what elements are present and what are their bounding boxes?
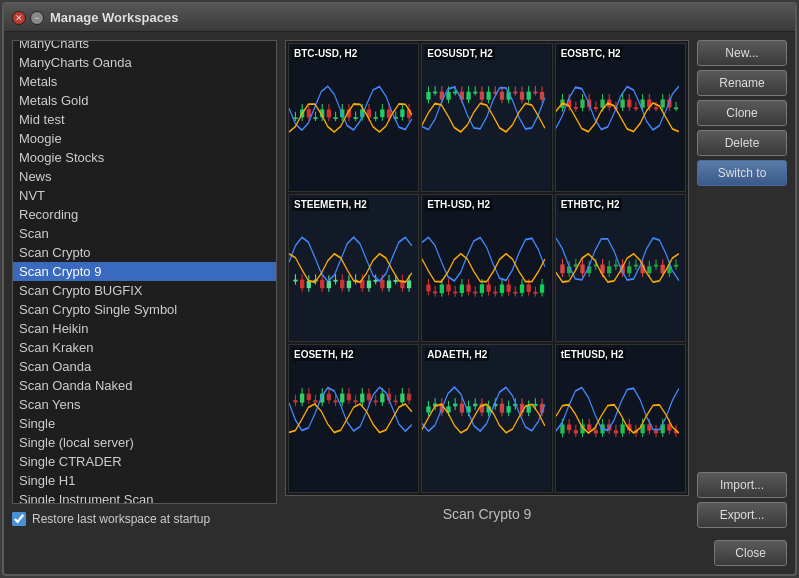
svg-rect-53 (473, 92, 477, 94)
right-panel: New... Rename Clone Delete Switch to Imp… (697, 40, 787, 528)
list-item[interactable]: ManyCharts (13, 40, 276, 53)
import-button[interactable]: Import... (697, 472, 787, 498)
svg-rect-201 (607, 266, 611, 273)
list-item[interactable]: Metals (13, 72, 276, 91)
svg-rect-86 (593, 107, 597, 109)
svg-rect-143 (394, 280, 398, 282)
svg-rect-141 (387, 280, 391, 288)
list-item[interactable]: Scan Heikin (13, 319, 276, 338)
svg-rect-306 (587, 425, 591, 431)
svg-rect-156 (447, 284, 451, 291)
svg-rect-170 (493, 291, 497, 293)
svg-rect-283 (500, 404, 504, 413)
list-item[interactable]: Single Instrument Scan (13, 490, 276, 504)
svg-rect-152 (433, 291, 437, 293)
svg-rect-178 (520, 284, 524, 292)
switch-to-button[interactable]: Switch to (697, 160, 787, 186)
restore-row: Restore last workspace at startup (12, 510, 277, 528)
export-button[interactable]: Export... (697, 502, 787, 528)
svg-rect-55 (480, 92, 484, 100)
svg-rect-254 (394, 401, 398, 403)
rename-button[interactable]: Rename (697, 70, 787, 96)
new-button[interactable]: New... (697, 40, 787, 66)
svg-rect-121 (320, 279, 324, 287)
svg-rect-65 (514, 92, 518, 94)
list-item[interactable]: Scan Oanda (13, 357, 276, 376)
list-item[interactable]: Single H1 (13, 471, 276, 490)
list-item[interactable]: Scan Yens (13, 395, 276, 414)
chart-cell: ETH-USD, H2 (421, 194, 552, 343)
svg-rect-238 (340, 394, 344, 403)
svg-rect-41 (433, 92, 437, 94)
svg-rect-51 (467, 92, 471, 100)
left-panel: Dealing RatesEmptyEmpty Inverse Analysis… (12, 40, 277, 528)
list-item[interactable]: Scan Kraken (13, 338, 276, 357)
list-item[interactable]: Scan Crypto Single Symbol (13, 300, 276, 319)
svg-rect-209 (633, 264, 637, 266)
svg-rect-314 (613, 431, 617, 434)
svg-rect-258 (407, 394, 411, 401)
chart-cell: BTC-USD, H2 (288, 43, 419, 192)
close-button[interactable]: Close (714, 540, 787, 566)
svg-rect-125 (333, 279, 337, 281)
svg-rect-69 (527, 92, 531, 100)
list-item[interactable]: Scan Crypto BUGFIX (13, 281, 276, 300)
svg-rect-316 (620, 425, 624, 434)
chart-cell: ETHBTC, H2 (555, 194, 686, 343)
svg-rect-302 (573, 431, 577, 434)
list-item[interactable]: ManyCharts Oanda (13, 53, 276, 72)
svg-rect-129 (347, 280, 351, 287)
restore-checkbox[interactable] (12, 512, 26, 526)
svg-rect-228 (307, 394, 311, 400)
svg-rect-104 (654, 107, 658, 109)
list-item[interactable]: Scan (13, 224, 276, 243)
chart-label: ETH-USD, H2 (425, 198, 492, 211)
chart-label: ADAETH, H2 (425, 348, 489, 361)
list-item[interactable]: Single CTRADER (13, 452, 276, 471)
title-bar: ✕ − Manage Workspaces (4, 4, 795, 32)
minimize-button[interactable]: − (30, 11, 44, 25)
svg-rect-174 (507, 284, 511, 291)
delete-button[interactable]: Delete (697, 130, 787, 156)
close-window-button[interactable]: ✕ (12, 11, 26, 25)
chart-cell: EOSBTC, H2 (555, 43, 686, 192)
list-item[interactable]: Single (local server) (13, 433, 276, 452)
svg-rect-176 (514, 291, 518, 293)
middle-panel: BTC-USD, H2EOSUSDT, H2EOSBTC, H2STEEMETH… (285, 40, 689, 528)
preview-area: BTC-USD, H2EOSUSDT, H2EOSBTC, H2STEEMETH… (285, 40, 689, 496)
svg-rect-67 (520, 92, 524, 100)
list-item[interactable]: Scan Crypto (13, 243, 276, 262)
svg-rect-259 (422, 345, 551, 492)
svg-rect-236 (333, 401, 337, 403)
list-item[interactable]: Moogie Stocks (13, 148, 276, 167)
list-item[interactable]: Mid test (13, 110, 276, 129)
svg-rect-240 (347, 394, 351, 401)
svg-rect-203 (613, 264, 617, 266)
list-item[interactable]: Scan Oanda Naked (13, 376, 276, 395)
svg-rect-187 (560, 264, 564, 273)
list-item[interactable]: Single (13, 414, 276, 433)
svg-rect-127 (340, 279, 344, 287)
list-item[interactable]: NVT (13, 186, 276, 205)
svg-rect-164 (473, 291, 477, 293)
svg-rect-80 (573, 107, 577, 109)
svg-rect-213 (647, 266, 651, 273)
clone-button[interactable]: Clone (697, 100, 787, 126)
svg-rect-166 (480, 284, 484, 293)
chart-cell: EOSETH, H2 (288, 344, 419, 493)
svg-rect-12 (327, 109, 331, 117)
list-item[interactable]: Metals Gold (13, 91, 276, 110)
svg-rect-298 (560, 425, 564, 434)
list-item[interactable]: Scan Crypto 9 (13, 262, 276, 281)
svg-rect-275 (473, 404, 477, 407)
svg-rect-96 (627, 100, 631, 108)
list-item[interactable]: Recording (13, 205, 276, 224)
svg-rect-39 (427, 92, 431, 100)
svg-rect-168 (487, 284, 491, 291)
workspace-list[interactable]: Dealing RatesEmptyEmpty Inverse Analysis… (12, 40, 277, 504)
list-item[interactable]: Moogie (13, 129, 276, 148)
list-item[interactable]: News (13, 167, 276, 186)
svg-rect-215 (654, 264, 658, 266)
manage-workspaces-dialog: ✕ − Manage Workspaces Dealing RatesEmpty… (2, 2, 797, 576)
svg-rect-234 (327, 394, 331, 401)
